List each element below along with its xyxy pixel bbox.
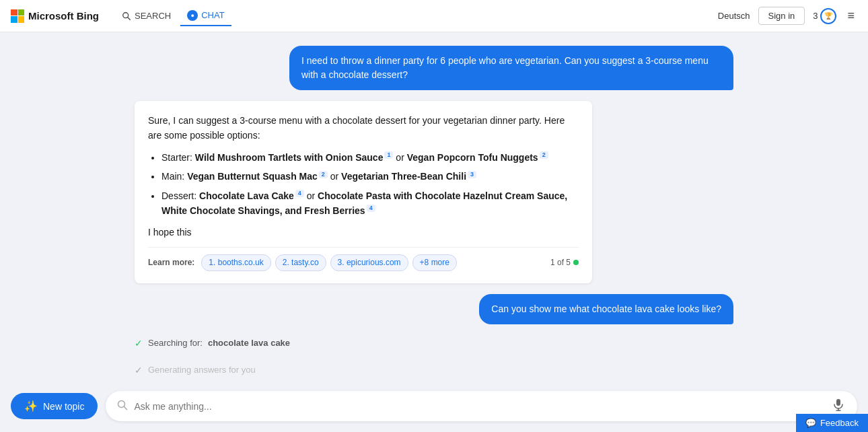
ref-4: 3 bbox=[468, 171, 476, 178]
feedback-button[interactable]: 💬 Feedback bbox=[796, 414, 868, 432]
ref-3: 2 bbox=[319, 171, 328, 178]
learn-more-link-2[interactable]: 2. tasty.co bbox=[275, 254, 326, 271]
menu-button[interactable]: ≡ bbox=[844, 6, 857, 26]
chat-area: I need to throw a dinner party for 6 peo… bbox=[0, 32, 868, 384]
header: Microsoft Bing SEARCH ● CHAT Deutsch Sig… bbox=[0, 0, 868, 32]
search-input[interactable] bbox=[134, 401, 825, 412]
svg-line-1 bbox=[128, 17, 131, 20]
generating-label: Generating answers for you bbox=[148, 365, 256, 375]
dessert-option1: Chocolate Lava Cake bbox=[199, 190, 294, 201]
new-topic-button[interactable]: ✨ New topic bbox=[11, 393, 98, 419]
generating-status: ✓ Generating answers for you bbox=[135, 362, 733, 378]
nav-search-label: SEARCH bbox=[135, 11, 171, 21]
header-right: Deutsch Sign in 3 🏆 ≡ bbox=[718, 6, 857, 26]
mic-button[interactable] bbox=[830, 396, 846, 416]
chat-icon: ● bbox=[187, 10, 198, 21]
ref-6: 4 bbox=[367, 205, 375, 212]
svg-line-3 bbox=[124, 406, 127, 409]
learn-more-section: Learn more: 1. booths.co.uk 2. tasty.co … bbox=[148, 254, 457, 271]
learn-more-links: 1. booths.co.uk 2. tasty.co 3. epicuriou… bbox=[201, 254, 457, 271]
trophy-icon: 🏆 bbox=[820, 8, 836, 24]
bing-logo-icon bbox=[11, 9, 24, 23]
search-term: chocolate lava cake bbox=[208, 338, 290, 348]
searching-label: Searching for: bbox=[148, 338, 203, 348]
search-icon bbox=[122, 11, 131, 21]
learn-more-link-1[interactable]: 1. booths.co.uk bbox=[201, 254, 270, 271]
svg-rect-4 bbox=[836, 399, 840, 406]
ref-2: 2 bbox=[540, 151, 548, 159]
sparkle-icon: ✨ bbox=[24, 400, 38, 412]
search-input-icon bbox=[116, 399, 129, 414]
starter-label: Starter: bbox=[161, 152, 195, 163]
learn-more-link-3[interactable]: 3. epicurious.com bbox=[330, 254, 408, 271]
reward-badge: 3 🏆 bbox=[813, 8, 836, 24]
nav-chat[interactable]: ● CHAT bbox=[180, 6, 231, 26]
dessert-label: Dessert: bbox=[161, 190, 199, 201]
search-status: ✓ Searching for: chocolate lava cake bbox=[135, 335, 733, 351]
menu-item-dessert: Dessert: Chocolate Lava Cake4 or Chocola… bbox=[161, 188, 579, 219]
check-icon-green: ✓ bbox=[135, 338, 143, 349]
new-topic-label: New topic bbox=[43, 401, 84, 412]
feedback-icon: 💬 bbox=[805, 418, 816, 428]
learn-more-bar: Learn more: 1. booths.co.uk 2. tasty.co … bbox=[148, 247, 579, 271]
main-option1: Vegan Butternut Squash Mac bbox=[187, 171, 318, 182]
bot-response-1: Sure, I can suggest a 3-course menu with… bbox=[135, 101, 592, 283]
sign-in-button[interactable]: Sign in bbox=[758, 7, 805, 25]
language-selector[interactable]: Deutsch bbox=[718, 11, 750, 21]
learn-more-label: Learn more: bbox=[148, 256, 194, 269]
nav-chat-label: CHAT bbox=[201, 10, 224, 20]
page-indicator: 1 of 5 bbox=[550, 256, 579, 269]
menu-list: Starter: Wild Mushroom Tartlets with Oni… bbox=[148, 150, 579, 219]
reward-count: 3 bbox=[813, 11, 818, 21]
starter-option2: Vegan Popcorn Tofu Nuggets bbox=[407, 152, 538, 163]
nav: SEARCH ● CHAT bbox=[115, 6, 231, 26]
search-input-area bbox=[106, 391, 857, 421]
feedback-label: Feedback bbox=[820, 418, 859, 428]
nav-search[interactable]: SEARCH bbox=[115, 7, 178, 25]
ref-5: 4 bbox=[295, 190, 304, 197]
user-message-1: I need to throw a dinner party for 6 peo… bbox=[289, 46, 733, 90]
menu-item-starter: Starter: Wild Mushroom Tartlets with Oni… bbox=[161, 150, 579, 165]
bot-intro: Sure, I can suggest a 3-course menu with… bbox=[148, 113, 579, 143]
menu-item-main: Main: Vegan Butternut Squash Mac2 or Veg… bbox=[161, 169, 579, 184]
logo-text: Microsoft Bing bbox=[28, 10, 99, 22]
bot-outro: I hope this bbox=[148, 225, 579, 240]
check-icon-gray: ✓ bbox=[135, 365, 143, 375]
ref-1: 1 bbox=[384, 151, 393, 159]
more-links-button[interactable]: +8 more bbox=[412, 254, 457, 271]
logo-area: Microsoft Bing bbox=[11, 9, 99, 23]
green-dot-icon bbox=[573, 260, 579, 265]
main-option2: Vegetarian Three-Bean Chili bbox=[341, 171, 466, 182]
starter-option1: Wild Mushroom Tartlets with Onion Sauce bbox=[195, 152, 384, 163]
bottom-bar: ✨ New topic bbox=[0, 384, 868, 432]
main-label: Main: bbox=[161, 171, 187, 182]
user-message-2: Can you show me what chocolate lava cake… bbox=[479, 294, 733, 324]
